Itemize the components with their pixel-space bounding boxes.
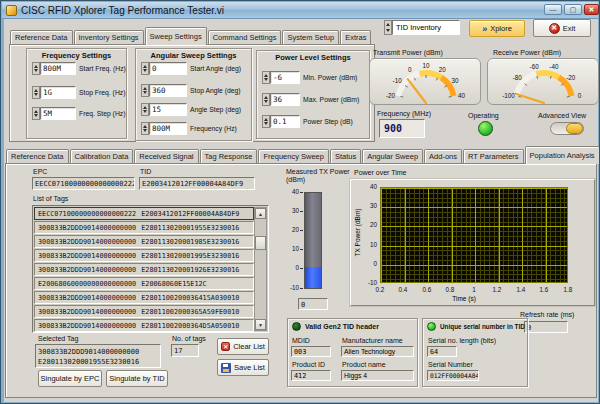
tab2-status[interactable]: Status [330, 149, 361, 163]
xplore-button[interactable]: » Xplore [469, 20, 525, 37]
scroll-down-icon[interactable]: ▼ [255, 319, 266, 330]
frequency-indicator: 900 [379, 119, 425, 138]
spin-buttons[interactable] [141, 103, 149, 116]
x-tick: 1.8 [558, 286, 578, 293]
gauge-tick: 0 [408, 65, 412, 72]
mode-selector-value[interactable]: TID Inventory [392, 20, 460, 35]
power-over-time-chart: 40 30 20 10 0 -10 0.2 0.4 0.6 0.8 1 1.2 … [350, 179, 595, 306]
group-title: Angular Sweep Settings [136, 51, 251, 60]
spin-buttons[interactable] [32, 107, 40, 120]
product-id-indicator: 412 [291, 370, 331, 381]
tag-list-item[interactable]: 300833B2DDD9014000000000E28011002000364D… [34, 319, 254, 332]
freq-step-input[interactable]: 5M [40, 107, 76, 120]
tag-list-item[interactable]: 300833B2DDD9014000000000E28011002000365A… [34, 305, 254, 318]
tid-label: TID [140, 168, 151, 175]
power-step-input[interactable]: 0.1 [270, 115, 300, 128]
tab2-tag-response[interactable]: Tag Response [200, 149, 258, 163]
stop-freq-input[interactable]: 1G [40, 86, 76, 99]
x-axis-label: Time (s) [434, 295, 494, 302]
tab-reference-data[interactable]: Reference Data [10, 30, 73, 44]
tag-list-item[interactable]: 300833B2DDD9014000000000E280113020001955… [34, 221, 254, 234]
advanced-view-label: Advanced View [538, 112, 586, 119]
tab2-angular-sweep[interactable]: Angular Sweep [362, 149, 423, 163]
tab2-rt-parameters[interactable]: RT Parameters [463, 149, 524, 163]
singulate-by-tid-button[interactable]: Singulate by TID [106, 370, 168, 387]
spin-buttons[interactable] [141, 62, 149, 75]
valid-tid-led [292, 322, 301, 331]
refresh-rate-input[interactable]: 0 [524, 321, 568, 333]
selected-tag-label: Selected Tag [38, 335, 78, 342]
gauge-tick: -80 [513, 73, 522, 80]
tab-extras[interactable]: Extras [340, 30, 371, 44]
meter-tick: 0 [283, 264, 299, 271]
tag-list-item[interactable]: 300833B2DDD9014000000000E280113020001995… [34, 249, 254, 262]
spin-buttons[interactable] [141, 84, 149, 97]
spin-buttons[interactable] [141, 122, 149, 135]
min-power-input[interactable]: -6 [270, 71, 300, 84]
tag-list-item[interactable]: 300833B2DDD9014000000000E280113020001926… [34, 263, 254, 276]
tag-list-item[interactable]: E20068060000000000000000E20068060E15E12C [34, 277, 254, 290]
frequency-settings-group: Frequency Settings 800M Start Freq. (Hz)… [26, 48, 127, 139]
start-angle-input[interactable]: 0 [149, 62, 187, 75]
epc-label: EPC [33, 168, 47, 175]
tag-list-scrollbar[interactable]: ▲ ▼ [254, 207, 267, 331]
tag-list-item[interactable]: 300833B2DDD9014000000000E280110020003641… [34, 291, 254, 304]
exit-button[interactable]: ✕ Exit [533, 19, 591, 37]
field-label: Stop Freq. (Hz) [79, 89, 125, 96]
tab2-population-analysis[interactable]: Population Analysis [525, 146, 600, 164]
save-list-button[interactable]: Save List [217, 359, 269, 376]
product-name-label: Product name [342, 361, 386, 368]
unique-serial-led [427, 322, 436, 331]
tab2-calibration-data[interactable]: Calibration Data [70, 149, 134, 163]
tag-list-item[interactable]: 300833B2DDD9014000000000E280113020001985… [34, 235, 254, 248]
angular-frequency-input[interactable]: 800M [149, 122, 187, 135]
clear-list-button[interactable]: ✕ Clear List [217, 338, 269, 355]
scrollbar-thumb[interactable] [255, 236, 266, 250]
tab2-reference-data[interactable]: Reference Data [6, 149, 69, 163]
scroll-up-icon[interactable]: ▲ [255, 208, 266, 219]
advanced-view-toggle[interactable] [550, 122, 584, 135]
gauge-tick: -20 [566, 73, 575, 80]
tab-sweep-settings[interactable]: Sweep Settings [145, 27, 207, 45]
spin-buttons[interactable] [384, 20, 392, 35]
spin-buttons[interactable] [262, 93, 270, 106]
spin-buttons[interactable] [32, 62, 40, 75]
tab-command-settings[interactable]: Command Settings [208, 30, 282, 44]
gauge-tick: -10 [393, 76, 402, 83]
serial-number-label: Serial Number [428, 361, 473, 368]
tab2-add-ons[interactable]: Add-ons [424, 149, 462, 163]
manufacturer-indicator: Alien Technology [341, 346, 414, 357]
minimize-button[interactable]: — [544, 4, 562, 15]
singulate-by-epc-button[interactable]: Singulate by EPC [38, 370, 102, 387]
field-label: Start Freq. (Hz) [79, 65, 126, 72]
toggle-knob [566, 123, 583, 134]
tid-indicator: E2003412012FF00004A84DF9 [139, 177, 255, 190]
angle-step-input[interactable]: 15 [149, 103, 187, 116]
tab-inventory-settings[interactable]: Inventory Settings [74, 30, 144, 44]
group-title: Frequency Settings [27, 51, 126, 60]
tab-system-setup[interactable]: System Setup [282, 30, 339, 44]
meter-tick: 30 [283, 207, 299, 214]
close-button[interactable]: ✕ [584, 4, 599, 15]
top-tab-row: Reference Data Inventory Settings Sweep … [10, 26, 372, 44]
manufacturer-label: Manufacturer name [342, 337, 403, 344]
clear-list-icon: ✕ [221, 342, 230, 351]
mdid-label: MDID [292, 337, 310, 344]
tag-list-item[interactable]: EECC07100000000000000222E2003412012FF000… [34, 207, 254, 220]
chart-plot-area [380, 187, 568, 283]
mode-selector[interactable]: TID Inventory [384, 20, 460, 35]
tab2-received-signal[interactable]: Received Signal [134, 149, 198, 163]
start-freq-input[interactable]: 800M [40, 62, 76, 75]
serial-number-indicator: 012FF00004A84 [427, 370, 479, 381]
spin-buttons[interactable] [262, 115, 270, 128]
receive-power-gauge: -100 -80 -60 -40 -20 0 [487, 58, 599, 105]
tab2-frequency-sweep[interactable]: Frequency Sweep [258, 149, 328, 163]
maximize-button[interactable]: ▢ [564, 4, 582, 15]
gauge-tick: 20 [439, 65, 446, 72]
meter-tick: 40 [283, 188, 299, 195]
stop-angle-input[interactable]: 360 [149, 84, 187, 97]
spin-buttons[interactable] [32, 86, 40, 99]
clear-list-label: Clear List [233, 342, 265, 351]
spin-buttons[interactable] [262, 71, 270, 84]
max-power-input[interactable]: 36 [270, 93, 300, 106]
